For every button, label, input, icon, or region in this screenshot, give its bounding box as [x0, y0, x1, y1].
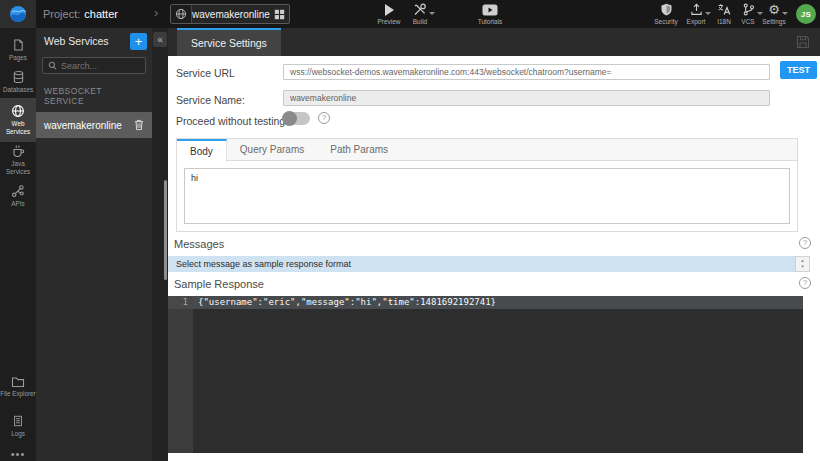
web-services-panel: Web Services + WEBSOCKET SERVICE wavemak…	[36, 28, 152, 461]
sidebar-item-java-services[interactable]: Java Services	[0, 140, 36, 180]
sidebar-item-label: Java Services	[0, 160, 36, 176]
open-service-tab[interactable]: wavemakeronline	[170, 4, 290, 24]
sidebar-item-label: APIs	[11, 200, 24, 208]
youtube-icon	[482, 3, 498, 16]
export-icon	[690, 3, 703, 16]
proceed-without-testing-label: Proceed without testing	[176, 115, 285, 127]
sidebar-item-label: Web Services	[0, 120, 36, 136]
gear-icon: ⚙	[768, 3, 780, 16]
test-button[interactable]: TEST	[780, 61, 817, 79]
sidebar-item-file-explorer[interactable]: File Explorer	[0, 372, 36, 402]
save-icon[interactable]	[796, 35, 810, 49]
wavemaker-logo[interactable]	[0, 0, 36, 28]
panel-title: Web Services	[44, 35, 130, 47]
main-area: Service Settings Service URL TEST Servic…	[168, 28, 820, 461]
messages-label: Messages	[174, 238, 224, 250]
messages-scrollbar[interactable]: ▲ ▼	[795, 256, 810, 272]
tab-service-settings[interactable]: Service Settings	[177, 28, 281, 56]
tutorials-label: Tutorials	[478, 18, 503, 25]
line-number: 1	[168, 296, 193, 309]
project-label: Project:	[43, 8, 80, 20]
service-url-label: Service URL	[176, 67, 235, 79]
body-input[interactable]: hi	[184, 168, 790, 224]
sidebar-item-pages[interactable]: Pages	[0, 34, 36, 66]
scroll-up-icon[interactable]: ▲	[800, 259, 804, 263]
service-item-label: wavemakeronline	[44, 120, 122, 131]
sidebar-item-logs[interactable]: Logs	[0, 410, 36, 442]
code-line[interactable]: {"username":"eric","message":"hi","time"…	[193, 296, 803, 309]
chevron-down-icon	[429, 12, 435, 15]
search-icon	[48, 61, 57, 70]
help-icon[interactable]: ?	[318, 112, 330, 124]
service-url-input[interactable]	[283, 64, 770, 80]
sample-response-label: Sample Response	[174, 278, 264, 290]
toggle-knob	[282, 111, 297, 126]
user-avatar[interactable]: JS	[796, 4, 816, 24]
build-label: Build	[413, 18, 427, 25]
globe-icon	[11, 104, 25, 118]
splitter-drag-handle[interactable]	[164, 180, 167, 280]
sidebar-item-web-services[interactable]: Web Services	[0, 98, 36, 142]
service-list-item[interactable]: wavemakeronline	[36, 112, 152, 138]
globe-icon	[171, 5, 192, 23]
breadcrumb-chevron-icon: ›	[154, 6, 158, 20]
project-name[interactable]: chatter	[84, 8, 118, 20]
sidebar-item-label: File Explorer	[0, 390, 35, 398]
log-file-icon	[12, 414, 24, 428]
left-icon-sidebar: Pages Databases Web Services Java Servic…	[0, 28, 36, 461]
coffee-cup-icon	[11, 144, 25, 158]
trash-icon[interactable]	[134, 119, 144, 131]
panel-header: Web Services +	[36, 28, 152, 54]
service-tab-label: wavemakeronline	[192, 9, 270, 20]
folder-icon	[11, 376, 25, 388]
project-breadcrumb: Project: chatter	[43, 0, 118, 28]
build-tools-icon	[413, 3, 427, 16]
editor-gutter: 1	[168, 296, 193, 453]
messages-help-icon[interactable]: ?	[799, 237, 811, 249]
sidebar-item-databases[interactable]: Databases	[0, 66, 36, 98]
top-bar: Project: chatter › wavemakeronline Previ…	[0, 0, 820, 28]
body-tab-panel: hi	[177, 161, 797, 235]
page-icon	[12, 38, 25, 52]
service-settings-content: Service URL TEST Service Name: Proceed w…	[168, 56, 820, 461]
request-params-box: Body Query Params Path Params hi	[176, 138, 798, 232]
database-icon	[12, 70, 25, 84]
panel-collapse-strip: «	[152, 28, 168, 461]
sidebar-item-apis[interactable]: APIs	[0, 180, 36, 212]
collapse-panel-button[interactable]: «	[153, 32, 167, 47]
sample-response-editor[interactable]: 1 {"username":"eric","message":"hi","tim…	[168, 296, 803, 453]
scroll-down-icon[interactable]: ▼	[800, 265, 804, 269]
message-select-row[interactable]: Select message as sample response format	[168, 256, 795, 272]
editor-tab-bar: Service Settings	[168, 28, 820, 56]
settings-button[interactable]: ⚙ Settings	[752, 3, 796, 27]
tab-body[interactable]: Body	[177, 139, 227, 162]
play-icon	[385, 3, 394, 16]
request-tabs: Body Query Params Path Params	[177, 139, 797, 161]
settings-label: Settings	[762, 18, 786, 25]
sidebar-item-label: Logs	[11, 430, 25, 438]
editor-code-area[interactable]: {"username":"eric","message":"hi","time"…	[193, 296, 803, 453]
grid-icon[interactable]	[270, 9, 289, 20]
chevron-down-icon	[782, 12, 788, 15]
websocket-service-section-label: WEBSOCKET SERVICE	[36, 74, 152, 112]
add-service-button[interactable]: +	[130, 33, 147, 50]
sample-response-help-icon[interactable]: ?	[799, 277, 811, 289]
tab-query-params[interactable]: Query Params	[227, 139, 317, 160]
api-nodes-icon	[11, 184, 25, 198]
sidebar-item-label: Databases	[3, 86, 33, 94]
wavemaker-logo-icon	[9, 5, 27, 23]
service-name-input	[283, 90, 770, 106]
proceed-toggle[interactable]	[283, 112, 310, 125]
sidebar-more-icon[interactable]: •••	[0, 448, 36, 460]
build-button[interactable]: Build	[398, 3, 442, 27]
search-input[interactable]	[61, 61, 140, 71]
sidebar-item-label: Pages	[9, 54, 27, 62]
tutorials-button[interactable]: Tutorials	[468, 3, 512, 27]
tab-path-params[interactable]: Path Params	[317, 139, 401, 160]
shield-icon	[660, 3, 673, 16]
service-search[interactable]	[42, 57, 146, 74]
service-name-label: Service Name:	[176, 94, 245, 106]
